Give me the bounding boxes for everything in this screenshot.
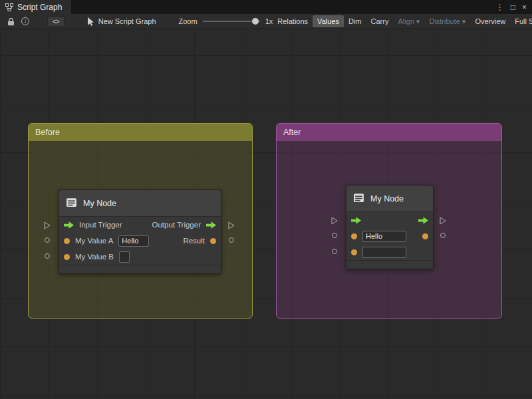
port-row-trigger: Input Trigger Output Trigger bbox=[59, 217, 221, 233]
node-footer bbox=[59, 265, 221, 273]
graph-name: New Script Graph bbox=[87, 17, 156, 26]
tab-title: Script Graph bbox=[17, 3, 62, 12]
distribute-label: Distribute bbox=[429, 17, 460, 25]
carry-button[interactable]: Carry bbox=[366, 15, 394, 27]
tab-bar: Script Graph ⋮ □ × bbox=[0, 0, 532, 14]
code-view-button[interactable]: <> bbox=[47, 17, 65, 27]
relations-button[interactable]: Relations bbox=[273, 15, 313, 27]
node-title: My Node bbox=[83, 199, 116, 208]
zoom-value: 1x bbox=[265, 17, 273, 25]
maximize-icon[interactable]: □ bbox=[511, 3, 515, 12]
value-b-port[interactable] bbox=[351, 249, 357, 255]
fullscreen-button[interactable]: Full Scr bbox=[510, 15, 532, 27]
output-trigger-port[interactable] bbox=[418, 217, 428, 224]
port-row-value-a bbox=[346, 228, 433, 244]
node-my-node-after[interactable]: My Node bbox=[346, 185, 434, 269]
chevron-down-icon: ▾ bbox=[416, 17, 420, 26]
node-icon bbox=[66, 197, 77, 210]
toolbar-buttons: Relations Values Dim Carry Align ▾ Distr… bbox=[273, 14, 532, 29]
node-footer bbox=[346, 260, 433, 269]
input-trigger-label: Input Trigger bbox=[79, 221, 122, 229]
result-label: Result bbox=[183, 237, 205, 245]
port-row-trigger bbox=[346, 212, 433, 228]
node-my-node-before[interactable]: My Node Input Trigger Output Trigger My … bbox=[59, 190, 221, 274]
graph-toolbar: i <> New Script Graph Zoom 1x Relations … bbox=[0, 14, 532, 29]
port-row-value-b bbox=[346, 244, 433, 260]
external-trigger-out-port[interactable] bbox=[228, 220, 235, 232]
value-b-field[interactable] bbox=[362, 247, 406, 258]
align-label: Align bbox=[398, 17, 414, 25]
value-b-label: My Value B bbox=[75, 253, 114, 261]
align-dropdown[interactable]: Align ▾ bbox=[393, 15, 424, 28]
zoom-slider-track[interactable] bbox=[203, 21, 260, 22]
group-before-title: Before bbox=[35, 128, 60, 137]
external-result-port[interactable] bbox=[440, 233, 446, 238]
menu-icon[interactable]: ⋮ bbox=[496, 3, 504, 12]
overview-button[interactable]: Overview bbox=[470, 15, 510, 27]
chevron-down-icon: ▾ bbox=[462, 17, 466, 26]
script-graph-window: Script Graph ⋮ □ × i <> New Script Graph bbox=[0, 0, 532, 399]
external-value-b-port[interactable] bbox=[332, 249, 337, 254]
external-result-port[interactable] bbox=[229, 237, 234, 243]
output-trigger-port[interactable] bbox=[206, 221, 216, 229]
node-title: My Node bbox=[370, 194, 404, 203]
dim-button[interactable]: Dim bbox=[344, 15, 366, 27]
result-port[interactable] bbox=[422, 233, 428, 239]
close-icon[interactable]: × bbox=[522, 3, 527, 12]
values-button[interactable]: Values bbox=[313, 15, 344, 27]
external-value-a-port[interactable] bbox=[45, 237, 50, 243]
value-a-port[interactable] bbox=[64, 238, 70, 244]
zoom-label: Zoom bbox=[179, 17, 198, 25]
tab-script-graph[interactable]: Script Graph bbox=[0, 0, 71, 14]
external-value-b-port[interactable] bbox=[45, 253, 50, 259]
external-value-a-port[interactable] bbox=[332, 233, 337, 238]
zoom-slider[interactable] bbox=[203, 18, 260, 25]
port-row-value-a: My Value A Result bbox=[59, 233, 221, 249]
graph-name-label: New Script Graph bbox=[98, 17, 156, 25]
input-trigger-port[interactable] bbox=[351, 217, 361, 224]
input-trigger-port[interactable] bbox=[64, 221, 74, 229]
window-controls: ⋮ □ × bbox=[496, 0, 532, 14]
script-graph-icon bbox=[5, 3, 13, 11]
lock-icon[interactable] bbox=[7, 17, 15, 26]
value-b-field[interactable] bbox=[119, 251, 130, 263]
value-a-field[interactable] bbox=[362, 231, 406, 242]
value-a-field[interactable] bbox=[118, 235, 149, 247]
group-after-title: After bbox=[283, 128, 301, 137]
port-row-value-b: My Value B bbox=[59, 249, 221, 265]
node-header[interactable]: My Node bbox=[59, 190, 221, 217]
result-port[interactable] bbox=[210, 238, 216, 244]
value-a-label: My Value A bbox=[75, 237, 113, 245]
value-b-port[interactable] bbox=[64, 254, 70, 260]
external-trigger-out-port[interactable] bbox=[440, 215, 446, 227]
graph-canvas[interactable]: Before After My Node bbox=[0, 29, 532, 399]
external-trigger-in-port[interactable] bbox=[44, 220, 51, 232]
output-trigger-label: Output Trigger bbox=[152, 221, 201, 229]
node-icon bbox=[353, 192, 364, 205]
node-header[interactable]: My Node bbox=[346, 186, 433, 212]
group-after-header[interactable]: After bbox=[277, 124, 501, 141]
info-icon[interactable]: i bbox=[21, 17, 29, 25]
zoom-slider-handle[interactable] bbox=[252, 18, 259, 25]
group-before-header[interactable]: Before bbox=[29, 124, 252, 141]
value-a-port[interactable] bbox=[351, 233, 357, 239]
distribute-dropdown[interactable]: Distribute ▾ bbox=[424, 15, 470, 28]
cursor-icon bbox=[87, 17, 94, 26]
external-trigger-in-port[interactable] bbox=[331, 215, 338, 227]
